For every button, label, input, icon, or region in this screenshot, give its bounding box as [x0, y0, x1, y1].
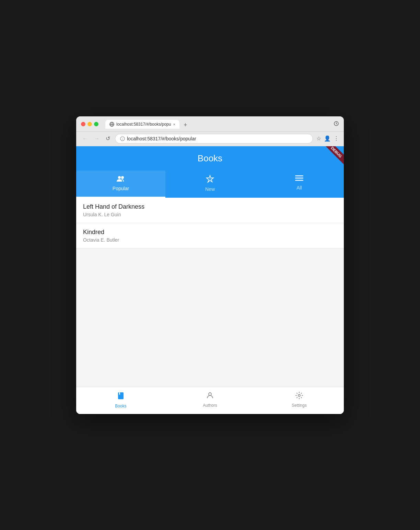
refresh-button[interactable]: ↺: [104, 135, 112, 142]
authors-nav-icon: [206, 391, 214, 402]
bookmark-icon[interactable]: ☆: [316, 135, 321, 142]
svg-point-14: [119, 394, 120, 395]
authors-nav-label: Authors: [203, 403, 217, 408]
svg-rect-9: [295, 175, 303, 176]
svg-point-16: [298, 394, 300, 396]
address-bar-row: ← → ↺ i localhost:58317/#/books/popular …: [76, 132, 344, 146]
book-item-0[interactable]: Left Hand of Darkness Ursula K. Le Guin: [76, 198, 344, 223]
app-container: Books DEBUG Popular: [76, 146, 344, 414]
address-bar-actions: ☆ 👤 ⋮: [316, 135, 339, 142]
browser-window: localhost:58317/#/books/popu × + ← → ↺ i…: [76, 116, 344, 414]
book-title-1: Kindred: [83, 229, 337, 236]
svg-point-7: [121, 176, 124, 179]
popular-icon: [116, 175, 126, 184]
close-button[interactable]: [81, 122, 85, 126]
empty-content-area: [76, 250, 344, 387]
svg-text:i: i: [122, 137, 123, 141]
settings-nav-label: Settings: [292, 403, 306, 408]
nav-tabs: Popular ! New: [76, 171, 344, 198]
tab-all-label: All: [296, 185, 302, 191]
book-item-1[interactable]: Kindred Octavia E. Butler: [76, 223, 344, 249]
traffic-lights: [81, 122, 98, 126]
all-icon: [295, 175, 303, 184]
new-tab-button[interactable]: +: [181, 122, 190, 129]
url-text: localhost:58317/#/books/popular: [127, 136, 196, 141]
address-bar[interactable]: i localhost:58317/#/books/popular: [115, 134, 313, 143]
app-header: Books DEBUG: [76, 146, 344, 171]
book-title-0: Left Hand of Darkness: [83, 203, 337, 210]
profile-icon[interactable]: 👤: [324, 135, 331, 142]
svg-text:!: !: [210, 178, 210, 180]
tab-favicon-icon: [109, 122, 114, 127]
tab-close-button[interactable]: ×: [173, 122, 175, 126]
book-list: Left Hand of Darkness Ursula K. Le Guin …: [76, 198, 344, 250]
maximize-button[interactable]: [94, 122, 98, 126]
svg-point-6: [118, 176, 121, 179]
settings-nav-icon: [295, 391, 303, 402]
new-icon: !: [206, 175, 214, 185]
book-author-1: Octavia E. Butler: [83, 237, 337, 243]
back-button[interactable]: ←: [81, 135, 89, 142]
tab-popular-label: Popular: [113, 186, 129, 191]
svg-rect-10: [295, 177, 303, 178]
book-author-0: Ursula K. Le Guin: [83, 212, 337, 217]
more-icon[interactable]: ⋮: [334, 135, 339, 142]
security-icon: i: [120, 136, 125, 141]
minimize-button[interactable]: [88, 122, 92, 126]
books-nav-label: Books: [115, 404, 126, 408]
browser-menu-icon[interactable]: [334, 121, 339, 128]
tab-bar: localhost:58317/#/books/popu × +: [105, 120, 190, 129]
bottom-nav-authors[interactable]: Authors: [165, 390, 255, 410]
tab-new-label: New: [205, 186, 215, 192]
bottom-nav-settings[interactable]: Settings: [255, 390, 344, 410]
tab-all[interactable]: All: [255, 171, 344, 198]
bottom-nav-books[interactable]: Books: [76, 390, 165, 410]
forward-button[interactable]: →: [93, 135, 101, 142]
bottom-nav: Books Authors Settings: [76, 387, 344, 414]
active-tab[interactable]: localhost:58317/#/books/popu ×: [105, 120, 179, 129]
app-title: Books: [83, 153, 337, 164]
svg-point-15: [209, 393, 211, 395]
tab-label: localhost:58317/#/books/popu: [116, 122, 171, 127]
tab-popular[interactable]: Popular: [76, 171, 165, 198]
svg-rect-12: [118, 392, 124, 399]
browser-titlebar: localhost:58317/#/books/popu × +: [76, 116, 344, 132]
books-nav-icon: [116, 391, 125, 402]
tab-new[interactable]: ! New: [165, 171, 255, 198]
svg-rect-11: [295, 180, 303, 181]
